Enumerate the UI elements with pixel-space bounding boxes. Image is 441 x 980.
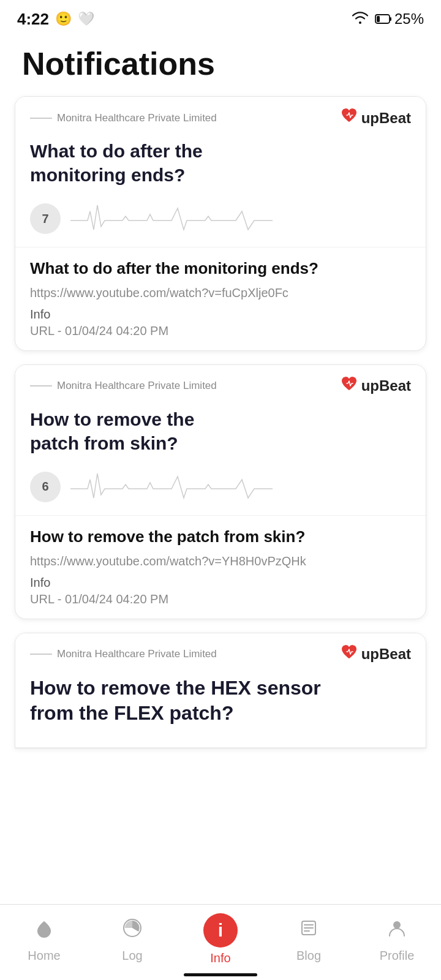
card-image-3: Monitra Healthcare Private Limited upBea… xyxy=(15,633,426,748)
card-headline-2: How to remove the patch from skin? xyxy=(30,407,239,455)
home-indicator xyxy=(184,973,257,976)
company-name-3: Monitra Healthcare Private Limited xyxy=(57,648,217,660)
upbeat-brand-2: upBeat xyxy=(361,377,411,394)
battery-icon: 25% xyxy=(375,10,424,28)
card-body-1: What to do after the monitoring ends? ht… xyxy=(15,247,426,350)
nav-log-label: Log xyxy=(122,949,142,963)
upbeat-heart-icon xyxy=(341,108,358,128)
card-url-2: https://www.youtube.com/watch?v=YH8H0vPz… xyxy=(30,552,411,570)
company-label-1: Monitra Healthcare Private Limited xyxy=(30,112,217,124)
wifi-icon xyxy=(352,10,369,28)
card-meta-date-2: URL - 01/04/24 04:20 PM xyxy=(30,592,411,606)
status-bar: 4:22 🙂 🤍 25% xyxy=(0,0,441,34)
bottom-nav: Home Log i Info Blog xyxy=(0,904,441,980)
svg-point-8 xyxy=(393,921,401,929)
svg-rect-2 xyxy=(377,16,380,22)
battery-percent: 25% xyxy=(394,10,424,28)
upbeat-logo-3: upBeat xyxy=(341,644,411,665)
nav-log[interactable]: Log xyxy=(102,916,163,963)
nav-home-label: Home xyxy=(28,949,60,963)
card-headline-1: What to do after the monitoring ends? xyxy=(30,139,239,187)
notification-card-2[interactable]: Monitra Healthcare Private Limited upBea… xyxy=(15,364,426,619)
card-meta-type-2: Info xyxy=(30,576,411,590)
card-image-1: Monitra Healthcare Private Limited upBea… xyxy=(15,97,426,247)
ecg-badge-2: 6 xyxy=(30,472,61,502)
upbeat-logo-1: upBeat xyxy=(341,108,411,128)
upbeat-heart-icon-2 xyxy=(341,376,358,396)
upbeat-brand-1: upBeat xyxy=(361,110,411,127)
company-label-3: Monitra Healthcare Private Limited xyxy=(30,648,217,660)
nav-profile-label: Profile xyxy=(380,949,415,963)
card-title-1: What to do after the monitoring ends? xyxy=(30,258,411,279)
page-title: Notifications xyxy=(0,34,441,96)
upbeat-heart-icon-3 xyxy=(341,644,358,665)
company-name-2: Monitra Healthcare Private Limited xyxy=(57,380,217,392)
company-line-icon-2 xyxy=(30,385,52,386)
notification-card-3[interactable]: Monitra Healthcare Private Limited upBea… xyxy=(15,633,426,748)
status-emoji1: 🙂 xyxy=(55,11,72,27)
ecg-wave-2 xyxy=(70,467,411,507)
card-body-2: How to remove the patch from skin? https… xyxy=(15,516,426,619)
notifications-list: Monitra Healthcare Private Limited upBea… xyxy=(0,96,441,834)
status-heart-icon: 🤍 xyxy=(78,11,94,27)
blog-icon xyxy=(297,916,320,945)
ecg-wave-1 xyxy=(70,199,411,238)
card-image-2: Monitra Healthcare Private Limited upBea… xyxy=(15,365,426,516)
upbeat-logo-2: upBeat xyxy=(341,376,411,396)
company-line-icon xyxy=(30,118,52,119)
status-time: 4:22 xyxy=(17,10,49,29)
company-line-icon-3 xyxy=(30,654,52,655)
nav-home[interactable]: Home xyxy=(13,916,75,963)
card-headline-3: How to remove the HEX sensor from the FL… xyxy=(30,676,335,726)
info-circle-icon: i xyxy=(203,913,238,948)
nav-info-label: Info xyxy=(210,951,230,965)
card-meta-date-1: URL - 01/04/24 04:20 PM xyxy=(30,324,411,338)
ecg-row-1: 7 xyxy=(30,199,411,238)
company-label-2: Monitra Healthcare Private Limited xyxy=(30,380,217,392)
card-meta-type-1: Info xyxy=(30,307,411,322)
nav-blog[interactable]: Blog xyxy=(278,916,339,963)
nav-info[interactable]: i Info xyxy=(190,913,251,965)
nav-blog-label: Blog xyxy=(296,949,321,963)
svg-rect-1 xyxy=(390,17,391,21)
notification-card-1[interactable]: Monitra Healthcare Private Limited upBea… xyxy=(15,96,426,351)
ecg-row-2: 6 xyxy=(30,467,411,507)
ecg-badge-1: 7 xyxy=(30,203,61,234)
profile-icon xyxy=(385,916,409,945)
nav-profile[interactable]: Profile xyxy=(366,916,428,963)
upbeat-brand-3: upBeat xyxy=(361,646,411,663)
card-title-2: How to remove the patch from skin? xyxy=(30,527,411,548)
log-icon xyxy=(121,916,144,945)
home-icon xyxy=(32,916,56,945)
company-name-1: Monitra Healthcare Private Limited xyxy=(57,112,217,124)
card-url-1: https://www.youtube.com/watch?v=fuCpXlje… xyxy=(30,284,411,301)
